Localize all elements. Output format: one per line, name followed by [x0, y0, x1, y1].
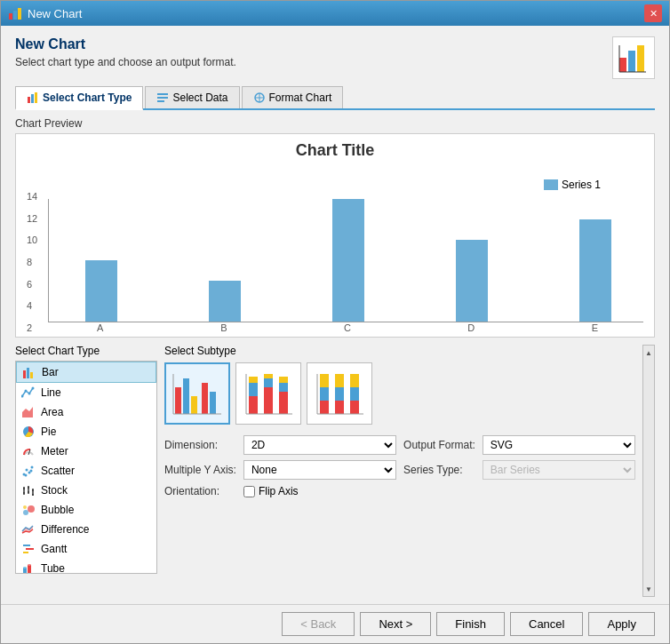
dialog-window: New Chart ✕ New Chart Select chart type … — [0, 0, 670, 644]
bar-group-c — [299, 199, 396, 322]
scroll-down-arrow[interactable]: ▼ — [642, 582, 655, 596]
chart-type-pie-label: Pie — [41, 425, 56, 438]
svg-rect-0 — [9, 13, 12, 20]
chart-type-tube[interactable]: Tube — [16, 559, 156, 574]
svg-point-22 — [28, 393, 31, 395]
chart-preview-box: Chart Title 2 4 6 8 10 12 14 — [15, 133, 655, 338]
svg-rect-79 — [320, 374, 329, 387]
svg-rect-70 — [264, 378, 273, 387]
svg-rect-77 — [320, 401, 329, 414]
svg-rect-53 — [28, 565, 31, 573]
flip-axis-checkbox[interactable] — [243, 486, 255, 497]
chart-bars-container: A B C D E — [48, 199, 643, 333]
dialog-content: New Chart Select chart type and choose a… — [1, 26, 669, 604]
bar-d — [456, 240, 488, 322]
subtypes-row — [164, 362, 635, 425]
chart-bars — [48, 199, 643, 322]
svg-rect-68 — [249, 377, 258, 383]
subtype-1[interactable] — [164, 362, 230, 425]
svg-rect-66 — [249, 396, 258, 414]
close-button[interactable]: ✕ — [644, 4, 662, 22]
dialog-title: New Chart — [15, 36, 236, 52]
flip-axis-row: Flip Axis — [243, 485, 396, 497]
chart-type-bar[interactable]: Bar — [16, 362, 156, 383]
chart-x-labels: A B C D E — [48, 322, 643, 333]
svg-rect-46 — [23, 545, 30, 546]
svg-rect-85 — [350, 374, 359, 387]
series-type-select[interactable]: Bar Series — [483, 460, 635, 480]
svg-rect-71 — [264, 374, 273, 378]
svg-rect-82 — [335, 374, 344, 387]
dimension-select[interactable]: 2D 3D — [243, 435, 396, 455]
chart-type-gantt[interactable]: Gantt — [16, 539, 156, 559]
subtype-2[interactable] — [235, 362, 301, 425]
chart-type-scatter[interactable]: Scatter — [16, 461, 156, 481]
svg-rect-11 — [157, 93, 168, 95]
chart-type-panel: Select Chart Type Bar — [15, 345, 157, 597]
chart-type-list[interactable]: Bar Line — [15, 361, 157, 574]
chart-type-pie[interactable]: Pie — [16, 422, 156, 441]
subtype-3[interactable] — [307, 362, 372, 425]
chart-legend: Series 1 — [544, 179, 601, 191]
svg-rect-59 — [175, 387, 181, 414]
chart-title: Chart Title — [296, 141, 375, 160]
svg-rect-9 — [31, 94, 34, 103]
cancel-button[interactable]: Cancel — [510, 612, 583, 636]
dialog-subtitle: Select chart type and choose an output f… — [15, 56, 236, 68]
tab-select-data-label: Select Data — [172, 91, 227, 104]
multiple-y-select[interactable]: None Left Right — [243, 460, 396, 480]
svg-rect-3 — [619, 58, 626, 72]
back-button[interactable]: < Back — [282, 612, 355, 636]
chart-type-panel-label: Select Chart Type — [15, 345, 157, 357]
bar-group-a — [52, 260, 149, 322]
svg-rect-69 — [264, 387, 273, 414]
stock-chart-icon — [21, 483, 36, 497]
svg-rect-84 — [350, 387, 359, 401]
gantt-chart-icon — [21, 542, 36, 556]
chart-type-stock[interactable]: Stock — [16, 481, 156, 500]
svg-rect-8 — [28, 97, 30, 103]
svg-rect-19 — [30, 372, 33, 378]
chart-type-stock-label: Stock — [41, 484, 68, 497]
svg-rect-62 — [202, 383, 208, 414]
svg-rect-80 — [335, 401, 344, 414]
bar-group-e — [546, 219, 643, 322]
chart-type-line[interactable]: Line — [16, 383, 156, 402]
chart-type-area[interactable]: Area — [16, 402, 156, 422]
right-scrollbar[interactable]: ▲ ▼ — [642, 345, 655, 597]
subtype-panel: Select Subtype — [164, 345, 635, 597]
svg-rect-78 — [320, 387, 329, 401]
pie-chart-icon — [21, 425, 36, 439]
lower-section: Select Chart Type Bar — [15, 345, 655, 597]
svg-rect-61 — [191, 396, 197, 414]
bar-b — [209, 281, 241, 322]
options-grid: Dimension: 2D 3D Output Format: SVG PNG … — [164, 435, 635, 497]
bar-a — [85, 260, 117, 322]
chart-type-meter-label: Meter — [41, 445, 68, 457]
svg-rect-60 — [183, 378, 189, 414]
svg-rect-5 — [637, 45, 644, 72]
scroll-up-arrow[interactable]: ▲ — [642, 346, 655, 360]
tab-select-data[interactable]: Select Data — [145, 86, 239, 108]
svg-rect-12 — [157, 97, 168, 99]
output-format-select[interactable]: SVG PNG PDF — [483, 435, 635, 455]
legend-label: Series 1 — [562, 179, 601, 191]
bar-chart-icon — [22, 365, 36, 379]
chart-preview-label: Chart Preview — [15, 117, 655, 130]
next-button[interactable]: Next > — [360, 612, 431, 636]
subtype-panel-label: Select Subtype — [164, 345, 635, 357]
difference-chart-icon — [21, 522, 36, 537]
chart-type-difference[interactable]: Difference — [16, 520, 156, 539]
apply-button[interactable]: Apply — [588, 612, 655, 636]
svg-point-44 — [23, 505, 27, 509]
svg-rect-47 — [26, 548, 34, 550]
chart-type-bubble[interactable]: Bubble — [16, 500, 156, 520]
tab-format-chart[interactable]: Format Chart — [242, 86, 344, 108]
subtype-1-preview — [171, 370, 224, 418]
chart-type-gantt-label: Gantt — [41, 543, 67, 555]
chart-type-meter[interactable]: Meter — [16, 441, 156, 461]
svg-rect-13 — [157, 100, 164, 102]
finish-button[interactable]: Finish — [436, 612, 505, 636]
header-section: New Chart Select chart type and choose a… — [15, 36, 655, 79]
tab-select-chart[interactable]: Select Chart Type — [15, 86, 143, 110]
